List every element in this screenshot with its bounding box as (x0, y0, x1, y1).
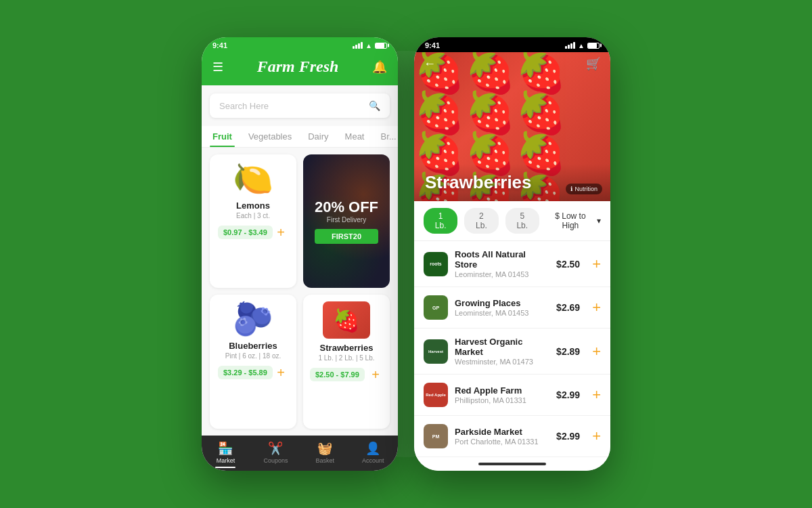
lemons-emoji: 🍋 (233, 163, 273, 195)
parkside-price: $2.99 (556, 431, 580, 442)
signal-bar2-2 (568, 45, 570, 49)
add-blueberries-button[interactable]: + (273, 365, 288, 380)
coupons-icon: ✂️ (268, 441, 283, 456)
lemons-name: Lemons (236, 200, 270, 211)
growing-addr: Leominster, MA 01453 (455, 309, 549, 317)
store-roots: roots Roots All Natural Store Leominster… (414, 241, 610, 287)
signal-bars-2 (565, 42, 575, 49)
signal-bar2-3 (570, 43, 572, 49)
roots-addr: Leominster, MA 01453 (455, 270, 549, 278)
nav-coupons[interactable]: ✂️ Coupons (263, 441, 288, 468)
promo-code: FIRST20 (315, 229, 378, 244)
add-lemons-button[interactable]: + (273, 225, 288, 240)
growing-name: Growing Places (455, 298, 549, 308)
store-growing: GP Growing Places Leominster, MA 01453 $… (414, 287, 610, 329)
strawberries-img: 🍓 (323, 301, 370, 339)
tab-more[interactable]: Br... (378, 126, 398, 147)
tab-dairy[interactable]: Dairy (305, 126, 331, 147)
roots-price: $2.50 (556, 259, 580, 270)
nav-bar: 🏪 Market ✂️ Coupons 🧺 Basket 👤 Account (202, 436, 398, 471)
blueberries-emoji: 🫐 (233, 303, 273, 335)
redapple-name: Red Apple Farm (455, 385, 549, 396)
promo-percent: 20% OFF (315, 198, 378, 216)
basket-icon: 🧺 (317, 441, 332, 456)
product-title-overlay: Strawberries (414, 164, 610, 201)
nav-account[interactable]: 👤 Account (362, 441, 384, 468)
back-button[interactable]: ← (424, 57, 436, 71)
harvest-name: Harvest Organic Market (455, 337, 549, 357)
promo-card[interactable]: 20% OFF First Delivery FIRST20 (303, 154, 390, 288)
account-label: Account (362, 457, 384, 464)
store-redapple: Red Apple Red Apple Farm Phillipston, MA… (414, 375, 610, 416)
strawberries-name: Strawberries (320, 343, 374, 353)
blueberries-name: Blueberries (229, 341, 277, 351)
add-strawberries-button[interactable]: + (368, 367, 383, 382)
weight-5lb[interactable]: 5 Lb. (505, 208, 539, 234)
tab-vegetables[interactable]: Vegetables (246, 126, 294, 147)
phone-detail: 9:41 ▲ 🍓🍓🍓🍓🍓🍓🍓🍓🍓🍓🍓🍓🍓🍓🍓🍓 (414, 37, 610, 471)
basket-label: Basket (315, 457, 334, 464)
tab-fruit[interactable]: Fruit (210, 126, 235, 147)
nav-basket[interactable]: 🧺 Basket (315, 441, 334, 468)
lemons-price-row: $0.97 - $3.49 + (218, 225, 288, 240)
phone-market: 9:41 ▲ ☰ Farm Fresh 🔔 (202, 37, 398, 471)
phones-container: 9:41 ▲ ☰ Farm Fresh 🔔 (202, 37, 610, 471)
cart-icon[interactable]: 🛒 (586, 56, 601, 71)
weight-1lb[interactable]: 1 Lb. (424, 208, 457, 234)
weight-filter: 1 Lb. 2 Lb. 5 Lb. $ Low to High ▾ (414, 201, 610, 241)
product-lemons: 🍋 Lemons Each | 3 ct. $0.97 - $3.49 + (210, 154, 296, 288)
products-grid: 🍋 Lemons Each | 3 ct. $0.97 - $3.49 + 20… (202, 148, 398, 436)
tab-meat[interactable]: Meat (342, 126, 367, 147)
growing-add-button[interactable]: + (592, 299, 601, 316)
strawberries-desc: 1 Lb. | 2 Lb. | 5 Lb. (318, 354, 374, 362)
nutrition-badge[interactable]: ℹ Nutrition (566, 184, 602, 194)
growing-info: Growing Places Leominster, MA 01453 (455, 298, 549, 317)
phone2-bottom (414, 457, 610, 471)
nav-market[interactable]: 🏪 Market (215, 441, 235, 468)
parkside-info: Parkside Market Port Charlotte, MA 01331 (455, 427, 549, 446)
roots-add-button[interactable]: + (592, 255, 601, 273)
lemons-price: $0.97 - $3.49 (218, 226, 273, 239)
redapple-addr: Phillipston, MA 01331 (455, 396, 549, 404)
roots-info: Roots All Natural Store Leominster, MA 0… (455, 249, 549, 278)
wifi-icon-2: ▲ (578, 42, 585, 49)
category-tabs: Fruit Vegetables Dairy Meat Br... (202, 126, 398, 148)
time-1: 9:41 (212, 41, 227, 49)
roots-logo: roots (424, 252, 448, 276)
growing-logo: GP (424, 295, 448, 320)
parkside-addr: Port Charlotte, MA 01331 (455, 438, 549, 446)
sort-label: $ Low to High (546, 211, 595, 230)
store-harvest: Harvest Harvest Organic Market Westminst… (414, 329, 610, 375)
status-bar-2: 9:41 ▲ (414, 37, 610, 52)
app-header: ☰ Farm Fresh 🔔 (202, 52, 398, 85)
strawberries-price: $2.50 - $7.99 (310, 368, 365, 381)
nutrition-label: Nutrition (574, 186, 597, 192)
coupons-label: Coupons (263, 457, 288, 464)
search-bar[interactable]: Search Here 🔍 (210, 93, 390, 118)
signal-bar-3 (358, 43, 360, 49)
promo-text: 20% OFF First Delivery FIRST20 (315, 198, 378, 244)
home-indicator (478, 463, 546, 465)
detail-nav-overlay: ← 🛒 (414, 52, 610, 75)
harvest-logo: Harvest (424, 339, 448, 364)
parkside-name: Parkside Market (455, 427, 549, 437)
store-list: roots Roots All Natural Store Leominster… (414, 241, 610, 457)
redapple-add-button[interactable]: + (592, 386, 601, 404)
signal-bars-1 (353, 42, 363, 49)
search-icon: 🔍 (369, 100, 380, 111)
weight-2lb[interactable]: 2 Lb. (464, 208, 498, 234)
status-icons-2: ▲ (565, 42, 600, 49)
battery-icon-2 (587, 43, 600, 49)
hamburger-icon[interactable]: ☰ (212, 60, 223, 75)
harvest-price: $2.89 (556, 346, 580, 357)
redapple-price: $2.99 (556, 389, 580, 400)
bell-icon[interactable]: 🔔 (372, 60, 387, 75)
blueberries-desc: Pint | 6 oz. | 18 oz. (225, 352, 281, 360)
signal-bar-2 (355, 45, 357, 49)
harvest-add-button[interactable]: + (592, 343, 601, 360)
parkside-add-button[interactable]: + (592, 427, 601, 445)
sort-button[interactable]: $ Low to High ▾ (546, 211, 601, 230)
battery-icon-1 (375, 43, 387, 49)
signal-bar-4 (361, 42, 363, 49)
blueberries-price: $3.29 - $5.89 (218, 366, 273, 379)
